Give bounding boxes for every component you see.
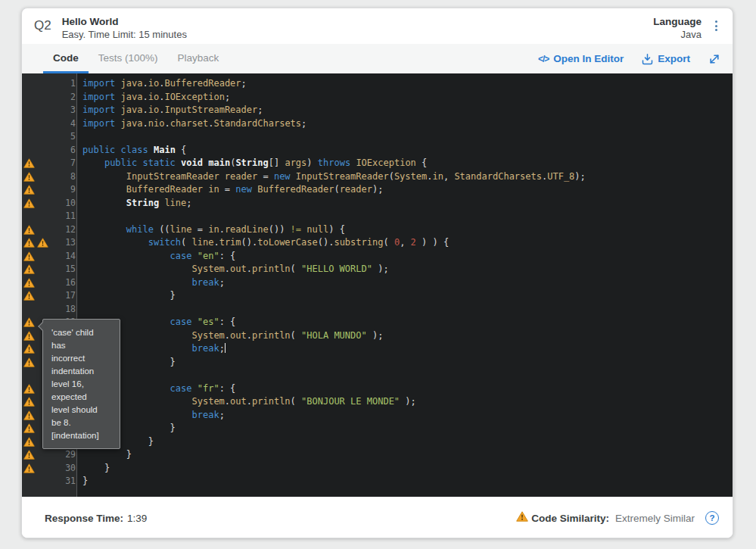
gutter-warning-icons bbox=[22, 77, 57, 91]
code-text[interactable]: case "en": { bbox=[76, 250, 235, 264]
gutter-warning-icons[interactable] bbox=[22, 183, 57, 197]
code-line: 26 break; bbox=[22, 409, 733, 423]
line-number: 14 bbox=[57, 250, 76, 264]
code-editor[interactable]: 1import java.io.BufferedReader;2import j… bbox=[22, 73, 733, 497]
gutter-warning-icons[interactable] bbox=[22, 250, 57, 264]
export-button[interactable]: Export bbox=[642, 53, 690, 65]
gutter-warning-icons[interactable] bbox=[22, 289, 57, 303]
code-line: 14 case "en": { bbox=[22, 250, 733, 264]
code-text[interactable]: switch( line.trim().toLowerCase().substr… bbox=[76, 236, 449, 250]
line-number: 9 bbox=[57, 183, 76, 197]
lint-tooltip-content: 'case' childhasincorrectindentationlevel… bbox=[51, 326, 115, 442]
code-text[interactable]: System.out.println( "HOLA MUNDO" ); bbox=[76, 329, 383, 343]
response-time-label: Response Time: bbox=[45, 513, 123, 524]
code-text[interactable]: System.out.println( "BONJOUR LE MONDE" )… bbox=[76, 395, 416, 409]
code-text[interactable]: } bbox=[76, 448, 132, 462]
gutter-warning-icons[interactable] bbox=[22, 157, 57, 170]
download-icon bbox=[642, 53, 653, 65]
tab-playback[interactable]: Playback bbox=[168, 44, 229, 73]
kebab-menu-icon[interactable] bbox=[711, 15, 722, 36]
gutter-warning-icons[interactable] bbox=[22, 197, 57, 211]
export-label: Export bbox=[658, 53, 690, 64]
code-text[interactable]: import java.nio.charset.StandardCharsets… bbox=[76, 117, 306, 131]
code-line: 24 case "fr": { bbox=[22, 382, 733, 396]
code-text[interactable]: import java.io.IOException; bbox=[76, 91, 230, 104]
code-line: 22 } bbox=[22, 356, 733, 370]
code-text[interactable]: import java.io.BufferedReader; bbox=[76, 77, 247, 91]
code-line: 31} bbox=[22, 475, 733, 488]
gutter-warning-icons[interactable] bbox=[22, 276, 57, 290]
code-text[interactable]: BufferedReader in = new BufferedReader(r… bbox=[76, 183, 383, 197]
code-line: 25 System.out.println( "BONJOUR LE MONDE… bbox=[22, 395, 733, 409]
question-card: Q2 Hello World Easy. Time Limit: 15 minu… bbox=[21, 8, 733, 538]
gutter-warning-icons bbox=[22, 303, 57, 317]
code-text[interactable] bbox=[76, 210, 82, 223]
tooltip-line: be 8. bbox=[51, 416, 115, 429]
code-line: 4import java.nio.charset.StandardCharset… bbox=[22, 117, 733, 131]
code-line: 9 BufferedReader in = new BufferedReader… bbox=[22, 183, 733, 197]
tab-tests-100[interactable]: Tests (100%) bbox=[89, 44, 168, 73]
line-number: 12 bbox=[57, 223, 76, 237]
tooltip-line: indentation bbox=[51, 365, 115, 378]
line-number: 6 bbox=[57, 144, 76, 158]
gutter-warning-icons bbox=[22, 91, 57, 104]
line-number: 11 bbox=[57, 210, 76, 223]
gutter-warning-icons[interactable] bbox=[22, 462, 57, 476]
language-value: Java bbox=[653, 28, 702, 41]
tab-code[interactable]: Code bbox=[43, 44, 89, 73]
language-label: Language bbox=[653, 15, 702, 28]
open-in-editor-button[interactable]: </> Open In Editor bbox=[538, 53, 624, 64]
line-number: 5 bbox=[57, 130, 76, 144]
code-line: 19 case "es": { bbox=[22, 316, 733, 329]
code-text[interactable]: import java.io.InputStreamReader; bbox=[76, 104, 263, 117]
gutter-warning-icons bbox=[22, 210, 57, 223]
code-line: 29 } bbox=[22, 448, 733, 462]
gutter-warning-icons[interactable] bbox=[22, 236, 57, 250]
gutter-warning-icons[interactable] bbox=[22, 263, 57, 276]
code-line: 13 switch( line.trim().toLowerCase().sub… bbox=[22, 236, 733, 250]
line-number: 3 bbox=[57, 104, 76, 117]
code-text[interactable]: break; bbox=[76, 276, 225, 290]
expand-diagonal-icon[interactable] bbox=[708, 53, 720, 65]
gutter-warning-icons[interactable] bbox=[22, 448, 57, 462]
code-line: 6public class Main { bbox=[22, 144, 733, 158]
gutter-warning-icons[interactable] bbox=[22, 170, 57, 184]
tooltip-line: level 16, bbox=[51, 378, 115, 391]
line-number: 31 bbox=[57, 475, 76, 488]
code-text[interactable]: } bbox=[76, 475, 88, 488]
response-time-value: 1:39 bbox=[127, 513, 147, 524]
gutter-warning-icons bbox=[22, 144, 57, 158]
code-text[interactable]: public class Main { bbox=[76, 144, 186, 158]
code-text[interactable]: while ((line = in.readLine()) != null) { bbox=[76, 223, 345, 237]
line-number: 13 bbox=[57, 236, 76, 250]
code-lines: 1import java.io.BufferedReader;2import j… bbox=[22, 77, 733, 488]
line-number: 10 bbox=[57, 197, 76, 211]
code-line: 30 } bbox=[22, 462, 733, 476]
gutter-warning-icons[interactable] bbox=[22, 223, 57, 237]
code-text[interactable] bbox=[76, 130, 82, 144]
question-title: Hello World bbox=[62, 15, 187, 28]
code-text[interactable]: } bbox=[76, 462, 110, 476]
gutter-warning-icons bbox=[22, 117, 57, 131]
code-text[interactable]: public static void main(String[] args) t… bbox=[76, 157, 427, 170]
code-text[interactable]: System.out.println( "HELLO WORLD" ); bbox=[76, 263, 389, 276]
tab-bar: CodeTests (100%)Playback </> Open In Edi… bbox=[22, 44, 733, 73]
code-line: 1import java.io.BufferedReader; bbox=[22, 77, 733, 91]
code-line: 27 } bbox=[22, 422, 733, 435]
line-number: 2 bbox=[57, 91, 76, 104]
code-text[interactable]: String line; bbox=[76, 197, 192, 211]
warning-triangle-icon bbox=[516, 511, 528, 525]
tooltip-line: incorrect bbox=[51, 352, 115, 365]
code-line: 20 System.out.println( "HOLA MUNDO" ); bbox=[22, 329, 733, 343]
code-similarity: Code Similarity: Extremely Similar bbox=[516, 511, 695, 525]
code-text[interactable]: InputStreamReader reader = new InputStre… bbox=[76, 170, 586, 184]
footer: Response Time: 1:39 Code Similarity: Ext… bbox=[22, 497, 733, 538]
question-header: Q2 Hello World Easy. Time Limit: 15 minu… bbox=[22, 8, 733, 44]
code-line: 16 break; bbox=[22, 276, 733, 290]
help-icon[interactable]: ? bbox=[705, 511, 719, 525]
code-line: 12 while ((line = in.readLine()) != null… bbox=[22, 223, 733, 237]
language-block: Language Java bbox=[653, 15, 702, 41]
code-text[interactable]: } bbox=[76, 289, 176, 303]
question-subtitle: Easy. Time Limit: 15 minutes bbox=[62, 28, 187, 41]
code-text[interactable] bbox=[76, 303, 82, 317]
